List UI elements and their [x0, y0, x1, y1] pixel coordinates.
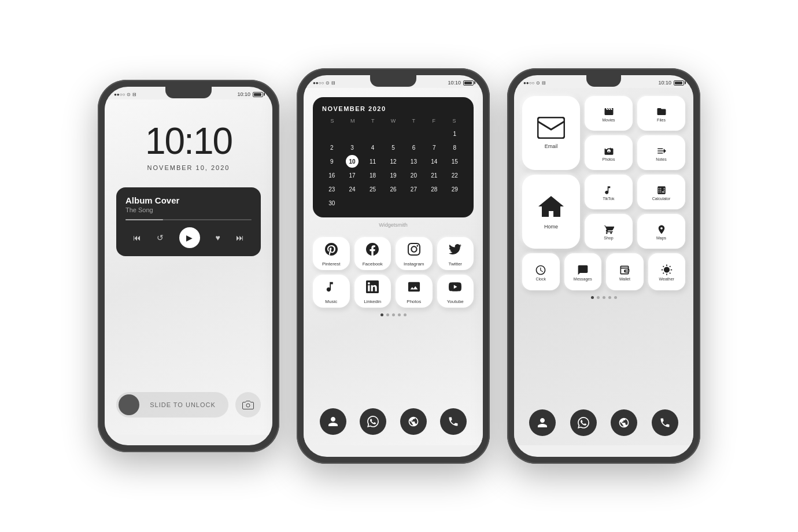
signal-icon-2: ●●○○ [313, 80, 324, 86]
phone-2-screen: ●●○○ ⊙ ⊟ 10:10 NOVEMBER 2020 S M [304, 75, 483, 457]
dock-phone-button[interactable] [440, 408, 467, 435]
status-left-1: ●●○○ ⊙ ⊟ [114, 92, 136, 97]
notch-1 [165, 87, 212, 98]
pinterest-icon [325, 243, 338, 259]
app-icon-maps[interactable]: Maps [637, 214, 685, 249]
battery-icon-1 [253, 92, 263, 97]
music-player[interactable]: Album Cover The Song ⏮ ↺ ▶ ♥ ⏭ [116, 187, 261, 256]
music-controls: ⏮ ↺ ▶ ♥ ⏭ [125, 227, 252, 248]
cal-today: 10 [346, 155, 359, 168]
play-button[interactable]: ▶ [179, 227, 200, 248]
linkedin-label: Linkedin [364, 299, 381, 304]
phone-1-screen: ●●○○ ⊙ ⊟ 10:10 10:10 NOVEMBER 10, 2020 A… [105, 87, 272, 445]
replay-button[interactable]: ↺ [157, 233, 164, 242]
app-icon-weather[interactable]: Weather [648, 253, 686, 290]
music-album: Album Cover [125, 195, 252, 205]
music-progress-bar[interactable] [125, 219, 252, 220]
app-icon-shop[interactable]: Shop [585, 214, 633, 249]
battery-icon-2 [463, 80, 474, 86]
dock-whatsapp-button[interactable] [360, 408, 386, 435]
photos-label-3: Photos [603, 157, 615, 161]
twitter-label: Twitter [448, 261, 462, 267]
twitter-icon [449, 243, 461, 259]
svg-point-0 [246, 404, 250, 407]
dock3-globe-button[interactable] [611, 409, 637, 436]
app-icon-home-big[interactable]: Home [522, 175, 580, 249]
slide-text: SLIDE TO UNLOCK [139, 401, 226, 408]
email-label: Email [545, 143, 558, 149]
dot-5 [404, 313, 407, 316]
phones-container: ●●○○ ⊙ ⊟ 10:10 10:10 NOVEMBER 10, 2020 A… [75, 45, 723, 487]
app-icon-music[interactable]: Music [313, 275, 350, 308]
dock3-contact-button[interactable] [529, 409, 556, 436]
slide-unlock[interactable]: SLIDE TO UNLOCK [116, 392, 228, 418]
sim-icon: ⊟ [132, 92, 136, 97]
status-time-1: 10:10 [237, 91, 250, 97]
app-icon-tiktok[interactable]: TikTok [585, 175, 633, 209]
app-icon-messages[interactable]: Messages [564, 253, 602, 290]
app-icon-photos[interactable]: Photos [396, 275, 433, 308]
app-icon-twitter[interactable]: Twitter [437, 237, 474, 270]
slide-thumb [119, 394, 139, 415]
files-label: Files [657, 118, 666, 122]
facebook-label: Facebook [363, 261, 383, 267]
next-button[interactable]: ⏭ [236, 233, 244, 242]
cal-weekdays: S M T W T F S [322, 118, 464, 124]
music-song: The Song [125, 206, 252, 213]
facebook-icon [366, 243, 379, 259]
instagram-label: Instagram [404, 261, 424, 267]
app-icon-instagram[interactable]: Instagram [396, 237, 433, 270]
calendar-widget: NOVEMBER 2020 S M T W T F S 1 2345678 91… [313, 97, 474, 217]
app-icon-facebook[interactable]: Facebook [354, 237, 391, 270]
maps-label: Maps [656, 236, 666, 240]
app-icon-movies[interactable]: Movies [585, 96, 633, 131]
prev-button[interactable]: ⏮ [133, 233, 141, 242]
app-icon-calculator[interactable]: Calculator [637, 175, 685, 209]
dock3-phone-button[interactable] [652, 409, 678, 436]
dock-2 [313, 401, 474, 439]
social-apps-grid: Pinterest Facebook Instagram [313, 237, 474, 270]
cal-grid: 1 2345678 9101112131415 16171819202122 2… [322, 127, 464, 209]
instagram-icon [408, 243, 420, 259]
photos-icon-3 [604, 146, 614, 156]
wallet-icon [619, 264, 630, 276]
app-icon-clock[interactable]: Clock [522, 253, 560, 290]
heart-button[interactable]: ♥ [216, 233, 220, 242]
dot3-5 [614, 296, 617, 299]
home-icon [537, 194, 566, 219]
dot-4 [398, 313, 401, 316]
app-icon-wallet[interactable]: Wallet [606, 253, 644, 290]
dock-globe-button[interactable] [400, 408, 427, 435]
lock-time: 10:10 [145, 123, 232, 160]
app-icon-notes[interactable]: Notes [637, 135, 685, 170]
files-icon [656, 106, 667, 117]
messages-icon [577, 264, 589, 276]
dot3-1 [591, 296, 594, 299]
widgetsmith-label: Widgetsmith [379, 222, 408, 228]
dock-contact-button[interactable] [320, 408, 346, 435]
camera-button[interactable] [235, 392, 261, 418]
lock-date: NOVEMBER 10, 2020 [147, 164, 230, 171]
photos-icon [408, 280, 420, 297]
pinterest-label: Pinterest [322, 261, 341, 267]
status-time-3: 10:10 [658, 80, 671, 86]
app-icon-email-big[interactable]: Email [522, 96, 580, 170]
lock-screen: 10:10 NOVEMBER 10, 2020 Album Cover The … [105, 99, 272, 435]
dock3-whatsapp-button[interactable] [570, 409, 597, 436]
sim-icon-3: ⊟ [542, 80, 546, 86]
app-icon-pinterest[interactable]: Pinterest [313, 237, 350, 270]
app-icon-linkedin[interactable]: Linkedin [354, 275, 391, 308]
signal-icon-3: ●●○○ [523, 80, 534, 86]
app-icon-files[interactable]: Files [637, 96, 685, 131]
app-icon-photos-3[interactable]: Photos [585, 135, 633, 170]
status-left-2: ●●○○ ⊙ ⊟ [313, 80, 335, 86]
tiktok-icon [604, 185, 614, 195]
notch-bar-3: ●●○○ ⊙ ⊟ 10:10 [514, 75, 693, 88]
app-icon-youtube[interactable]: Youtube [437, 275, 474, 308]
lock-bottom: SLIDE TO UNLOCK [116, 392, 261, 423]
svg-rect-1 [538, 117, 564, 138]
media-apps-grid: Music Linkedin Photos [313, 275, 474, 308]
notch-3 [586, 75, 621, 87]
tiktok-label: TikTok [603, 197, 615, 201]
dot-1 [380, 313, 383, 316]
